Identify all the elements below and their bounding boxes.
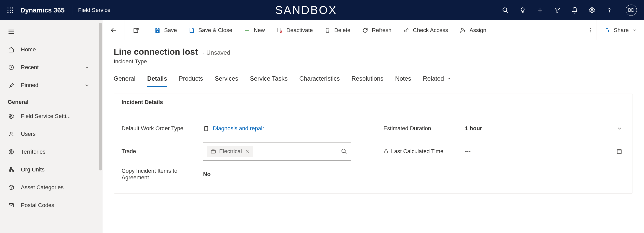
sidebar-item-postal-codes[interactable]: Postal Codes [0, 196, 102, 214]
sidebar-item-label: Field Service Setti... [21, 113, 71, 120]
environment-label: SANDBOX [111, 4, 502, 17]
sidebar-recent-label: Recent [21, 64, 39, 71]
svg-point-37 [590, 28, 591, 29]
sidebar-pinned[interactable]: Pinned [0, 76, 102, 94]
trade-lookup-input[interactable]: Electrical [203, 142, 351, 161]
close-icon [245, 149, 249, 154]
global-nav-bar: Dynamics 365 Field Service SANDBOX BD [0, 0, 644, 20]
deactivate-label: Deactivate [286, 27, 313, 34]
back-button[interactable] [102, 20, 125, 40]
svg-rect-22 [10, 167, 12, 169]
tab-general[interactable]: General [114, 72, 135, 87]
refresh-icon [362, 27, 368, 33]
refresh-label: Refresh [372, 27, 391, 34]
tab-characteristics[interactable]: Characteristics [299, 72, 340, 87]
svg-point-39 [590, 31, 591, 32]
add-button[interactable] [536, 7, 544, 14]
person-icon [8, 131, 15, 137]
tab-service-tasks[interactable]: Service Tasks [250, 72, 288, 87]
field-trade[interactable]: Trade Electrical [122, 140, 363, 163]
pill-remove[interactable] [245, 149, 249, 154]
svg-point-5 [12, 10, 13, 11]
command-overflow[interactable] [584, 27, 597, 33]
field-label-locked: Last Calculated Time [384, 148, 465, 155]
more-vertical-icon [587, 27, 593, 33]
notifications-button[interactable] [571, 7, 578, 14]
sidebar-recent[interactable]: Recent [0, 59, 102, 76]
ideas-button[interactable] [519, 7, 526, 14]
app-name[interactable]: Field Service [78, 7, 110, 13]
lookup-search[interactable] [341, 148, 347, 154]
svg-rect-24 [12, 170, 14, 172]
sidebar-scrollbar[interactable] [99, 23, 102, 170]
lightbulb-icon [519, 7, 526, 13]
deactivate-icon [277, 27, 283, 33]
chevron-down-icon [617, 126, 622, 131]
assign-button[interactable]: Assign [460, 27, 486, 34]
sidebar-item-label: Asset Categories [21, 184, 64, 191]
svg-point-0 [7, 7, 8, 8]
tab-resolutions[interactable]: Resolutions [351, 72, 383, 87]
sidebar-item-org-units[interactable]: Org Units [0, 161, 102, 179]
sidebar-item-label: Org Units [21, 166, 45, 173]
open-new-window-button[interactable] [125, 20, 147, 40]
calendar-picker[interactable] [610, 148, 625, 154]
save-close-icon [189, 27, 195, 33]
sidebar-item-label: Postal Codes [21, 202, 54, 209]
plus-icon [244, 27, 250, 33]
settings-button[interactable] [588, 7, 596, 14]
waffle-icon [7, 7, 14, 13]
chevron-down-icon [84, 65, 89, 70]
svg-point-9 [503, 8, 507, 11]
globe-icon [8, 149, 15, 155]
tab-notes[interactable]: Notes [395, 72, 411, 87]
field-label: Default Work Order Type [122, 125, 203, 132]
field-copy-incident-items[interactable]: Copy Incident Items to Agreement No [122, 163, 363, 186]
save-button[interactable]: Save [154, 27, 177, 34]
sidebar-home[interactable]: Home [0, 41, 102, 59]
filter-button[interactable] [554, 7, 561, 14]
field-value: No [203, 171, 363, 178]
lookup-value[interactable]: Diagnosis and repair [213, 125, 264, 132]
svg-point-20 [10, 132, 12, 134]
field-estimated-duration[interactable]: Estimated Duration 1 hour [384, 117, 625, 140]
help-button[interactable] [606, 7, 613, 14]
user-avatar[interactable]: BD [626, 5, 637, 16]
sidebar-item-asset-categories[interactable]: Asset Categories [0, 179, 102, 196]
search-icon [502, 7, 509, 13]
duration-dropdown[interactable] [610, 126, 625, 131]
tab-related[interactable]: Related [423, 72, 451, 87]
new-label: New [254, 27, 265, 34]
mail-icon [8, 202, 15, 208]
tab-services[interactable]: Services [215, 72, 238, 87]
save-close-button[interactable]: Save & Close [189, 27, 232, 34]
record-entity-name: Incident Type [114, 58, 633, 65]
share-button[interactable]: Share [597, 20, 644, 40]
lock-icon [384, 149, 389, 154]
sidebar-item-field-service-settings[interactable]: Field Service Setti... [0, 107, 102, 125]
deactivate-button[interactable]: Deactivate [277, 27, 313, 34]
check-access-button[interactable]: Check Access [403, 27, 448, 34]
delete-button[interactable]: Delete [324, 27, 350, 34]
tab-products[interactable]: Products [179, 72, 203, 87]
funnel-icon [554, 7, 561, 13]
sidebar-item-users[interactable]: Users [0, 125, 102, 143]
share-icon [604, 27, 610, 33]
sidebar-item-label: Users [21, 131, 35, 137]
sidebar-toggle[interactable] [0, 23, 102, 41]
sidebar-item-territories[interactable]: Territories [0, 143, 102, 161]
search-button[interactable] [502, 7, 509, 14]
pin-icon [8, 82, 15, 88]
delete-label: Delete [334, 27, 350, 34]
refresh-button[interactable]: Refresh [362, 27, 391, 34]
section-incident-details: Incident Details Default Work Order Type… [114, 94, 633, 194]
assign-label: Assign [469, 27, 486, 34]
pill-text: Electrical [219, 148, 242, 155]
product-name[interactable]: Dynamics 365 [20, 6, 72, 14]
new-button[interactable]: New [244, 27, 265, 34]
app-launcher[interactable] [0, 0, 20, 20]
tab-details[interactable]: Details [147, 72, 167, 87]
chevron-down-icon [632, 28, 637, 33]
field-default-work-order-type[interactable]: Default Work Order Type Diagnosis and re… [122, 117, 363, 140]
arrow-left-icon [110, 27, 117, 34]
